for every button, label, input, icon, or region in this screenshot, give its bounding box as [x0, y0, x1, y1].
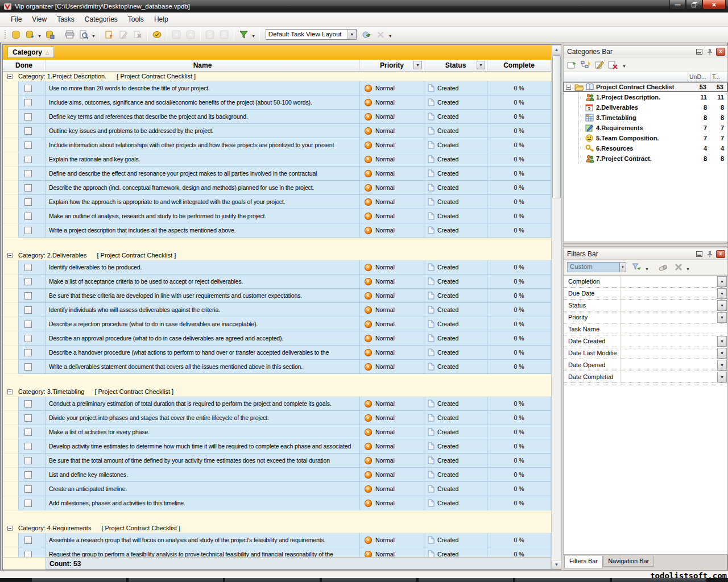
collapse-icon[interactable]	[7, 389, 13, 394]
panel-minimize-icon[interactable]	[694, 48, 704, 56]
close-button[interactable]: ✕	[702, 0, 726, 10]
save-database-button[interactable]	[44, 28, 57, 41]
task-done-checkbox[interactable]	[24, 321, 32, 328]
delete-layout-button[interactable]	[374, 28, 387, 41]
task-done-checkbox[interactable]	[24, 414, 32, 422]
task-done-checkbox[interactable]	[24, 349, 32, 356]
task-row[interactable]: Write a project description that include…	[3, 223, 561, 238]
task-done-checkbox[interactable]	[24, 292, 32, 300]
task-done-checkbox[interactable]	[24, 213, 32, 220]
task-row[interactable]: Outline key issues and problems to be ad…	[3, 124, 561, 138]
menu-view[interactable]: View	[27, 13, 52, 26]
filter-dropdown-icon[interactable]: ▼	[717, 360, 727, 371]
task-done-checkbox[interactable]	[24, 537, 32, 544]
save-layout-button[interactable]	[360, 28, 373, 41]
layout-overflow-icon[interactable]: ▼	[388, 34, 392, 38]
new-database-button[interactable]	[9, 28, 22, 41]
filter-dropdown-icon[interactable]: ▼	[251, 34, 255, 38]
task-row[interactable]: Include information about relationships …	[3, 138, 561, 152]
task-row[interactable]: Describe the approach (incl. conceptual …	[3, 181, 561, 195]
toolbar-grip[interactable]	[5, 30, 6, 39]
layout-combo-dropdown-icon[interactable]: ▼	[348, 30, 356, 39]
filter-value-field[interactable]	[621, 311, 717, 323]
tree-item-category[interactable]: 6.Resources44	[564, 143, 727, 153]
task-done-checkbox[interactable]	[24, 227, 32, 234]
apply-filter-dropdown-icon[interactable]: ▼	[645, 267, 649, 271]
task-done-checkbox[interactable]	[24, 400, 32, 408]
task-done-checkbox[interactable]	[24, 170, 32, 177]
edit-task-button[interactable]	[117, 28, 130, 41]
task-row[interactable]: Be sure that these criteria are develope…	[3, 289, 561, 303]
menu-tasks[interactable]: Tasks	[52, 13, 80, 26]
filter-value-field[interactable]	[621, 276, 717, 287]
task-done-checkbox[interactable]	[24, 264, 32, 271]
task-done-checkbox[interactable]	[24, 335, 32, 342]
column-header-priority[interactable]: Priority▼	[360, 60, 424, 71]
open-database-dropdown-icon[interactable]: ▼	[38, 34, 42, 38]
filter-dropdown-icon[interactable]: ▼	[717, 312, 727, 323]
minimize-button[interactable]: —	[669, 0, 686, 10]
tree-item-category[interactable]: 3.Timetabling88	[564, 113, 727, 123]
filter-dropdown-icon[interactable]: ▼	[717, 336, 727, 347]
filter-value-field[interactable]	[621, 347, 717, 359]
task-done-checkbox[interactable]	[24, 113, 32, 120]
delete-category-button[interactable]	[608, 60, 618, 69]
task-done-checkbox[interactable]	[24, 85, 32, 92]
task-row[interactable]: Make a list of acceptance criteria to be…	[3, 275, 561, 289]
task-row[interactable]: Divide your project into phases and stag…	[3, 411, 561, 425]
task-row[interactable]: Describe a rejection procedure (what to …	[3, 317, 561, 331]
panel-minimize-icon[interactable]	[694, 250, 704, 258]
task-row[interactable]: Assemble a research group that will focu…	[3, 533, 561, 547]
new-task-button[interactable]	[103, 28, 116, 41]
filters-toolbar-overflow-icon[interactable]: ▼	[686, 267, 690, 271]
filter-dropdown-icon[interactable]: ▼	[717, 300, 727, 311]
add-category-button[interactable]	[581, 60, 591, 69]
collapse-icon[interactable]	[7, 74, 13, 79]
filter-dropdown-icon[interactable]: ▼	[717, 372, 727, 383]
priority-filter-button[interactable]: ▼	[413, 61, 422, 69]
panel-close-icon[interactable]: x	[716, 48, 725, 56]
task-row[interactable]: Be sure that the total amount of time de…	[3, 454, 561, 468]
column-header-status[interactable]: Status▼	[424, 60, 487, 71]
move-to-bottom-button[interactable]	[204, 28, 217, 41]
task-done-checkbox[interactable]	[24, 127, 32, 135]
category-group-header[interactable]: Category: 1.Project Description. [ Proje…	[3, 72, 561, 81]
task-row[interactable]: Define key terms and references that des…	[3, 110, 561, 124]
task-done-checkbox[interactable]	[24, 485, 32, 493]
task-row[interactable]: Define and describe the effect and reson…	[3, 167, 561, 181]
menu-help[interactable]: Help	[149, 13, 173, 26]
category-group-header[interactable]: Category: 2.Deliverables [ Project Contr…	[3, 251, 561, 260]
task-row[interactable]: Develop activity time estimates to deter…	[3, 439, 561, 454]
task-row[interactable]: Include aims, outcomes, significance and…	[3, 95, 561, 110]
task-done-checkbox[interactable]	[24, 471, 32, 479]
task-row[interactable]: Identify individuals who will assess del…	[3, 303, 561, 317]
filter-value-field[interactable]	[621, 323, 727, 335]
task-done-checkbox[interactable]	[24, 184, 32, 192]
tree-item-category[interactable]: 5 2.Deliverables88	[564, 102, 727, 113]
task-done-checkbox[interactable]	[24, 443, 32, 450]
task-row[interactable]: Add milestones, phases and activities to…	[3, 496, 561, 510]
filter-button[interactable]	[237, 28, 250, 41]
task-row[interactable]: Identify deliverables to be produced. No…	[3, 260, 561, 275]
tree-item-category[interactable]: 7.Project Contract.88	[564, 153, 727, 164]
apply-filter-button[interactable]	[631, 263, 642, 272]
task-done-checkbox[interactable]	[24, 156, 32, 163]
task-row[interactable]: List and define key milestones. Normal C…	[3, 468, 561, 482]
scroll-up-icon[interactable]: ▲	[552, 45, 561, 55]
edit-category-button[interactable]	[594, 60, 605, 69]
filter-value-field[interactable]	[621, 288, 717, 299]
open-database-button[interactable]	[23, 28, 36, 41]
collapse-icon[interactable]	[7, 253, 13, 258]
task-row[interactable]: Conduct a preliminary estimation of tota…	[3, 397, 561, 411]
tab-filters-bar[interactable]: Filters Bar	[564, 556, 603, 568]
restore-button[interactable]	[686, 0, 702, 10]
print-dropdown-icon[interactable]: ▼	[92, 34, 96, 38]
filter-value-field[interactable]	[621, 359, 717, 371]
task-row[interactable]: Explain how the approach is appropriate …	[3, 195, 561, 209]
category-group-header[interactable]: Category: 4.Requirements [ Project Contr…	[3, 523, 561, 533]
tree-item-category[interactable]: 1.Project Description.1111	[564, 92, 727, 102]
layout-combo[interactable]: Default Task View Layout ▼	[266, 29, 357, 40]
category-group-header[interactable]: Category: 3.Timetabling [ Project Contra…	[3, 387, 561, 397]
task-row[interactable]: Make a list of activities for every phas…	[3, 425, 561, 439]
task-done-checkbox[interactable]	[24, 457, 32, 464]
